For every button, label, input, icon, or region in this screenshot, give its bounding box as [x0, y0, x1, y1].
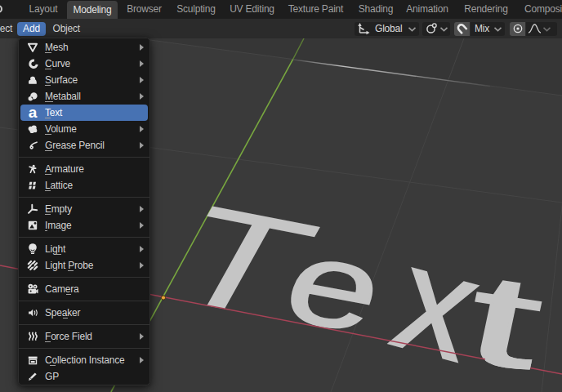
- svg-text:a: a: [28, 107, 37, 118]
